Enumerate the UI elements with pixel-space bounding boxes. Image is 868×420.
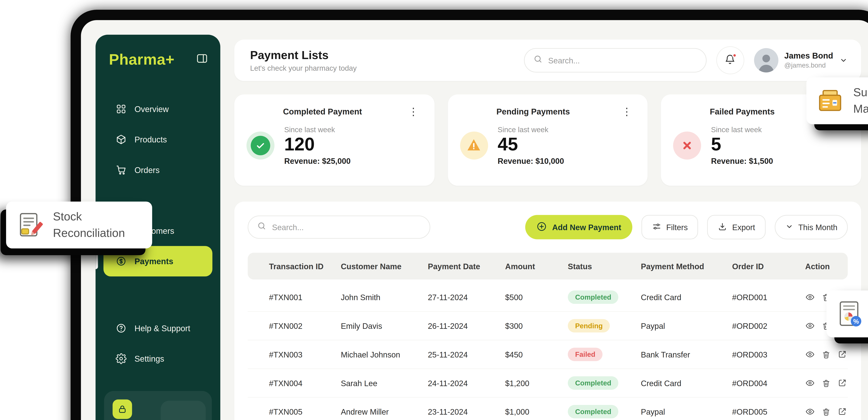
- cell-payment-method: Credit Card: [632, 379, 723, 388]
- view-button[interactable]: [805, 321, 815, 331]
- sidebar-panel-icon: [196, 52, 208, 66]
- notifications-button[interactable]: [716, 46, 744, 74]
- stat-card-completed: Completed Payment ⋮ Since last week 120: [235, 94, 434, 186]
- header-search-input[interactable]: [548, 56, 698, 65]
- filters-button[interactable]: Filters: [641, 215, 698, 239]
- table-toolbar: Add New Payment Filters Export: [248, 215, 848, 239]
- stat-revenue: Revenue: $25,000: [284, 156, 351, 166]
- table-row[interactable]: #TXN004 Sarah Lee 24-11-2024 $1,200 Comp…: [248, 369, 848, 398]
- cell-payment-method: Paypal: [632, 321, 723, 330]
- callout-label: Supplier Management: [853, 85, 868, 117]
- cell-order-id: #ORD003: [723, 350, 796, 359]
- search-icon: [257, 221, 267, 233]
- table-row[interactable]: #TXN002 Emily Davis 26-11-2024 $300 Pend…: [248, 312, 848, 340]
- sidebar-item-help-support[interactable]: Help & Support: [95, 313, 220, 343]
- cell-customer-name: Emily Davis: [332, 321, 419, 330]
- column-header: Amount: [496, 262, 559, 271]
- sidebar-item-products[interactable]: Products: [95, 124, 220, 155]
- invoice-pen-icon: [16, 211, 44, 239]
- view-button[interactable]: [805, 292, 815, 302]
- user-menu[interactable]: James Bond @james.bond: [754, 48, 851, 72]
- cell-order-id: #ORD004: [723, 379, 796, 388]
- lock-icon: [113, 399, 132, 419]
- cell-payment-date: 26-11-2024: [419, 321, 496, 330]
- notification-dot: [732, 53, 737, 58]
- delete-button[interactable]: [822, 350, 831, 359]
- export-button[interactable]: Export: [707, 215, 766, 239]
- kebab-menu-icon[interactable]: ⋮: [618, 105, 636, 118]
- column-header: Customer Name: [332, 262, 419, 271]
- gear-icon: [116, 353, 127, 364]
- cell-transaction-id: #TXN002: [260, 321, 332, 330]
- cell-customer-name: Andrew Miller: [332, 407, 419, 416]
- share-button[interactable]: [837, 378, 847, 388]
- sidebar-item-overview[interactable]: Overview: [95, 94, 220, 124]
- add-new-payment-button[interactable]: Add New Payment: [525, 215, 632, 239]
- sidebar-item-label: Help & Support: [134, 324, 190, 333]
- chevron-down-icon: [785, 222, 793, 232]
- page-subtitle: Let's check your pharmacy today: [250, 64, 514, 72]
- view-button[interactable]: [805, 378, 815, 388]
- cell-transaction-id: #TXN005: [260, 407, 332, 416]
- cell-payment-date: 24-11-2024: [419, 379, 496, 388]
- cell-actions: [796, 350, 860, 359]
- sidebar-toggle-button[interactable]: [196, 52, 208, 66]
- share-button[interactable]: [837, 350, 847, 359]
- cell-customer-name: Michael Johnson: [332, 350, 419, 359]
- stat-count: 45: [498, 134, 564, 155]
- user-handle: @james.bond: [784, 61, 833, 70]
- svg-text:%: %: [853, 318, 859, 325]
- delete-button[interactable]: [822, 379, 831, 388]
- column-header: Payment Method: [632, 262, 723, 271]
- delete-button[interactable]: [822, 407, 831, 416]
- column-header: Order ID: [723, 262, 796, 271]
- user-meta: James Bond @james.bond: [784, 51, 833, 69]
- period-filter-button[interactable]: This Month: [775, 215, 848, 239]
- callout-sales-reporting: % Sales Reporting: [827, 291, 868, 337]
- cell-transaction-id: #TXN001: [260, 293, 332, 302]
- cell-amount: $1,000: [496, 407, 559, 416]
- app-window: Pharma+ Overview: [81, 20, 868, 420]
- table-row[interactable]: #TXN003 Michael Johnson 25-11-2024 $450 …: [248, 340, 848, 369]
- cell-amount: $300: [496, 321, 559, 330]
- column-header: Payment Date: [419, 262, 496, 271]
- kebab-menu-icon[interactable]: ⋮: [404, 105, 422, 118]
- user-name: James Bond: [784, 51, 833, 61]
- sidebar-footer-nav: Help & Support Settings: [95, 313, 220, 374]
- cell-amount: $450: [496, 350, 559, 359]
- cell-payment-date: 27-11-2024: [419, 293, 496, 302]
- plus-circle-icon: [536, 221, 547, 234]
- cell-order-id: #ORD005: [723, 407, 796, 416]
- cell-status: Failed: [559, 348, 632, 361]
- help-icon: [116, 323, 127, 334]
- filters-icon: [652, 221, 661, 233]
- warning-triangle-icon: [460, 131, 488, 159]
- table-row[interactable]: #TXN005 Andrew Miller 23-11-2024 $1,000 …: [248, 398, 848, 420]
- status-badge: Completed: [568, 377, 619, 390]
- cell-payment-method: Paypal: [632, 407, 723, 416]
- cell-status: Completed: [559, 377, 632, 390]
- stat-title: Completed Payment: [283, 107, 404, 116]
- sidebar-item-label: Products: [134, 135, 167, 144]
- table-search-input[interactable]: [272, 222, 421, 232]
- sidebar-logo-row: Pharma+: [95, 35, 220, 68]
- top-bar: Payment Lists Let's check your pharmacy …: [235, 39, 861, 81]
- stat-card-pending: Pending Payments ⋮ Since last week 45 Re…: [448, 94, 648, 186]
- cell-amount: $1,200: [496, 379, 559, 388]
- view-button[interactable]: [805, 407, 815, 417]
- stat-count: 120: [284, 134, 351, 155]
- column-header: Action: [796, 262, 860, 271]
- sidebar-item-settings[interactable]: Settings: [95, 343, 220, 374]
- sidebar-item-orders[interactable]: Orders: [95, 155, 220, 185]
- table-search[interactable]: [248, 215, 430, 239]
- share-button[interactable]: [837, 407, 847, 417]
- sidebar-item-payments[interactable]: Payments: [103, 246, 213, 276]
- status-badge: Pending: [568, 319, 610, 332]
- callout-stock-reconciliation: Stock Reconciliation: [6, 202, 152, 248]
- view-button[interactable]: [805, 350, 815, 359]
- cell-transaction-id: #TXN003: [260, 350, 332, 359]
- header-search[interactable]: [524, 48, 706, 72]
- status-badge: Failed: [568, 348, 603, 361]
- table-row[interactable]: #TXN001 John Smith 27-11-2024 $500 Compl…: [248, 283, 848, 312]
- page: Pharma+ Overview: [0, 0, 868, 420]
